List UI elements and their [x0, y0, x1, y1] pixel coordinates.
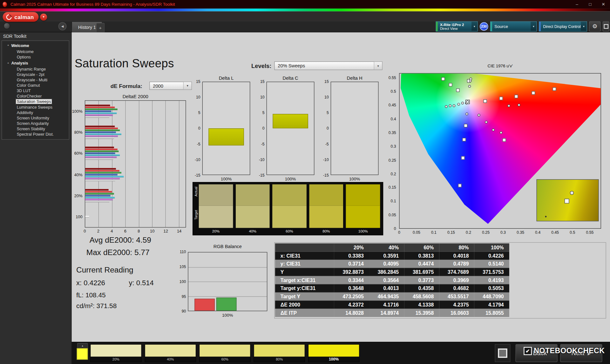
current-reading-title: Current Reading: [76, 266, 133, 274]
bar: [85, 168, 116, 169]
rgb-xlabel: 100%: [188, 313, 267, 317]
row-value: 392.8873: [334, 268, 369, 276]
axis-tick-label: 5: [198, 111, 200, 115]
next-button[interactable]: Next ▶: [560, 344, 602, 362]
axis-tick-label: 0.4: [535, 230, 540, 234]
calman-logo-button[interactable]: calman: [3, 12, 39, 22]
sidebar: SDR Toolkit ▲WelcomeWelcomeOptions▲Analy…: [0, 32, 71, 364]
deltae-group-20: 20%: [85, 185, 186, 206]
sidebar-collapse-button[interactable]: ◀: [58, 22, 67, 30]
bar: [85, 116, 109, 118]
bar: [85, 131, 116, 133]
minimize-button[interactable]: –: [570, 0, 584, 9]
tree-group-header-welcome[interactable]: ▲Welcome: [2, 42, 69, 49]
axis-tick-label: 20%: [74, 193, 83, 198]
cie-target-marker: [441, 78, 445, 81]
cie-plot: [399, 73, 601, 229]
cie-measured-marker: [570, 191, 574, 195]
meter-dropdown[interactable]: X-Rite i1Pro 2 Direct View ▼: [436, 21, 478, 31]
sidebar-item-colorchecker[interactable]: ColorChecker: [2, 93, 69, 99]
sidebar-item-label: Additivity: [16, 110, 34, 115]
patch-button-60[interactable]: 60%: [199, 344, 251, 362]
meter-count-badge[interactable]: 230: [480, 22, 488, 31]
bar: [85, 153, 115, 154]
bar-group: [85, 216, 186, 218]
row-value: 0.3969: [439, 276, 474, 284]
axis-tick-label: 5: [262, 111, 265, 115]
cie-measured-marker: [478, 114, 480, 117]
row-value: 448.7090: [474, 292, 509, 300]
axis-tick-label: 80%: [74, 130, 83, 135]
pattern-window-button[interactable]: [495, 344, 511, 362]
settings-button[interactable]: ⚙: [589, 21, 601, 31]
sidebar-item-additivity[interactable]: Additivity: [2, 110, 69, 115]
swatch-actual: [346, 184, 380, 206]
sidebar-item-dynamic-range[interactable]: Dynamic Range: [2, 66, 69, 71]
row-value: 15.8055: [474, 309, 509, 317]
patch-popout-button[interactable]: ▲: [77, 343, 88, 348]
sidebar-item-screen-angularity[interactable]: Screen Angularity: [2, 121, 69, 126]
swatch-target: [236, 206, 270, 228]
tree-group-header-analysis[interactable]: ▲Analysis: [2, 59, 69, 66]
patch-color: [200, 345, 250, 357]
sidebar-item-label: Saturation Sweeps: [16, 99, 52, 104]
row-value: 16.0603: [439, 309, 474, 317]
row-label: Y: [275, 268, 334, 276]
sidebar-item-welcome[interactable]: Welcome: [2, 49, 69, 54]
bar: [85, 157, 117, 158]
meter-dropdown-body: X-Rite i1Pro 2 Direct View: [438, 22, 472, 31]
display-capture-button[interactable]: [603, 21, 609, 31]
source-dropdown[interactable]: Source ▼: [490, 21, 537, 31]
sidebar-item-3d-lut[interactable]: 3D LUT: [2, 88, 69, 93]
axis-tick-label: 0.45: [551, 230, 559, 234]
sidebar-item-color-gamut[interactable]: Color Gamut: [2, 83, 69, 88]
row-value: 0.3344: [334, 276, 369, 284]
levels-dropdown[interactable]: 20% Sweeps ▼: [274, 61, 382, 70]
display-control-dropdown[interactable]: Direct Display Control ▼: [539, 21, 587, 31]
patch-button-100[interactable]: 100%: [308, 344, 360, 362]
row-value: 0.3648: [334, 284, 369, 292]
swatch-row-labels: Actual Target: [194, 184, 199, 235]
patch-button-20[interactable]: 20%: [90, 344, 142, 362]
swatch-actual: [199, 184, 233, 206]
axis-tick-label: 15: [260, 79, 265, 84]
sidebar-item-label: Grayscale - Multi: [16, 77, 48, 82]
maximize-button[interactable]: □: [584, 0, 597, 9]
screen-icon: [604, 24, 608, 29]
sidebar-item-grayscale-multi[interactable]: Grayscale - Multi: [2, 77, 69, 82]
close-button[interactable]: ✕: [597, 0, 610, 9]
add-tab-button[interactable]: +: [96, 23, 105, 32]
delta-c-title: Delta C: [267, 76, 315, 81]
tree-group-analysis: ▲AnalysisDynamic RangeGrayscale - 2ptGra…: [2, 59, 69, 137]
axis-tick-label: 0.15: [389, 185, 396, 190]
back-button[interactable]: ◀ Back: [515, 344, 557, 362]
sidebar-item-screen-uniformity[interactable]: Screen Uniformity: [2, 115, 69, 120]
sidebar-item-label: Screen Stability: [16, 126, 46, 131]
patch-color: [254, 345, 305, 357]
row-label: ΔE 2000: [275, 300, 334, 309]
sidebar-item-spectral-power-dist[interactable]: Spectral Power Dist.: [2, 131, 69, 137]
patch-button-40[interactable]: 40%: [145, 344, 196, 362]
de-formula-dropdown[interactable]: 2000 ▼: [149, 82, 192, 90]
calman-menu-caret-button[interactable]: ▼: [40, 13, 47, 20]
patch-button-80[interactable]: 80%: [254, 344, 305, 362]
bar: [85, 176, 124, 177]
sidebar-item-screen-stability[interactable]: Screen Stability: [2, 126, 69, 131]
sidebar-item-label: 3D LUT: [16, 88, 31, 93]
row-value: 386.2845: [369, 268, 404, 276]
sidebar-item-options[interactable]: Options: [2, 54, 69, 59]
row-value: 0.4193: [474, 276, 509, 284]
cie-measured-marker: [468, 85, 471, 88]
table-row-target-y: Target Y473.2505464.9435458.5608453.5517…: [275, 292, 509, 300]
display-control-label: Direct Display Control: [543, 24, 578, 29]
sidebar-item-luminance-sweeps[interactable]: Luminance Sweeps: [2, 104, 69, 110]
sidebar-item-grayscale-2pt[interactable]: Grayscale - 2pt: [2, 71, 69, 77]
bar: [85, 178, 120, 179]
session-indicator-button[interactable]: [3, 23, 10, 29]
current-cdm2: cd/m²: 371.58: [76, 302, 117, 310]
sidebar-item-saturation-sweeps[interactable]: Saturation Sweeps: [2, 99, 69, 104]
main-content: Saturation Sweeps Levels: 20% Sweeps ▼ d…: [71, 32, 610, 364]
current-y: y: 0.514: [129, 279, 153, 286]
axis-tick-label: 0.5: [391, 89, 396, 93]
table-header-cell: 60%: [404, 243, 439, 252]
